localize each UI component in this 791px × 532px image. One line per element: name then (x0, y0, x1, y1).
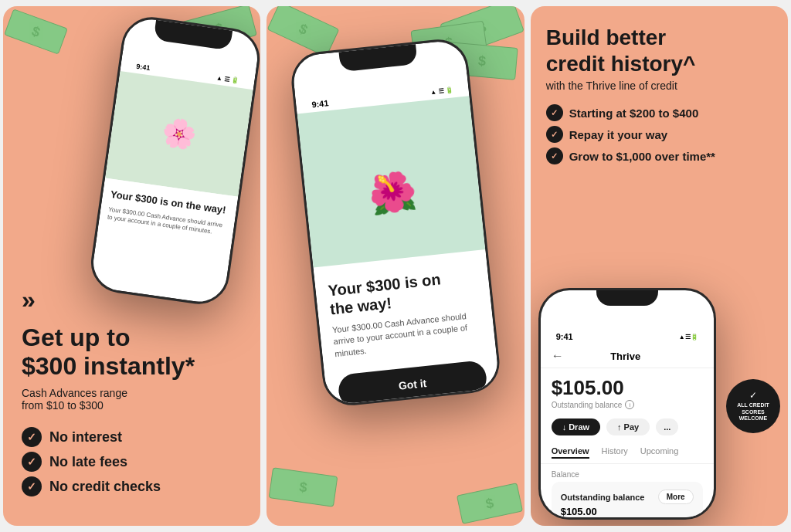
phone-mockup-1: 9:41 ▲ ☰ 🔋 🌸 Your $300 is on the way! Yo… (87, 13, 260, 308)
outstanding-balance-text: Outstanding balance (552, 401, 623, 409)
phone-screen-1: 9:41 ▲ ☰ 🔋 🌸 Your $300 is on the way! Yo… (90, 16, 261, 306)
p2-message-sub: Your $300.00 Cash Advance should arrive … (331, 309, 483, 360)
draw-arrow-icon: ↓ (562, 422, 567, 432)
phone-icons-3: ▲☰🔋 (679, 334, 698, 341)
flower-icon-p2: 🌺 (366, 168, 419, 218)
money-bill-p2-6 (269, 467, 338, 507)
tab-upcoming[interactable]: Upcoming (640, 446, 679, 459)
feature-label-fees: No late fees (49, 454, 127, 470)
pay-arrow-icon: ↑ (617, 422, 622, 432)
badge-text-1: ALL CREDIT (737, 402, 769, 408)
p3-feature-label-2: Repay it your way (569, 128, 668, 141)
p3-check-2 (546, 126, 563, 143)
p2-message-title: Your $300 is on the way! (328, 266, 479, 319)
p3-feature-2: Repay it your way (546, 126, 772, 143)
panel-2: 9:41 ▲ ☰ 🔋 🌺 Your $300 is on the way! Yo… (266, 6, 524, 526)
p3-feature-list: Starting at $200 to $400 Repay it your w… (546, 104, 772, 164)
p2-green-section: 🌺 (297, 96, 486, 267)
p3-feature-label-1: Starting at $200 to $400 (569, 107, 699, 120)
tab-overview[interactable]: Overview (552, 446, 589, 459)
thrive-title: Thrive (610, 351, 640, 362)
action-buttons: ↓ Draw ↑ Pay ... (541, 412, 714, 442)
feature-item-no-credit-checks: No credit checks (22, 476, 242, 496)
phone-time-1: 9:41 (136, 63, 151, 72)
balance-card: Outstanding balance More $105.00 Availab… (552, 482, 703, 517)
info-icon: i (625, 400, 634, 409)
badge-text-3: WELCOME (739, 415, 768, 422)
feature-item-no-late-fees: No late fees (22, 452, 242, 472)
p3-main-title: Build better credit history^ (546, 25, 772, 76)
chevron-double-icon: » (22, 286, 242, 314)
feature-list-1: No interest No late fees No credit check… (22, 427, 242, 496)
draw-label: Draw (569, 422, 589, 432)
panel-1-bottom: » Get up to $300 instantly* Cash Advance… (3, 270, 260, 526)
check-icon-fees (22, 452, 42, 472)
p3-phone-header: ← Thrive (541, 344, 714, 368)
p3-feature-3: Grow to $1,000 over time** (546, 147, 772, 164)
pay-label: Pay (624, 422, 640, 432)
flower-decoration: 🌸 (160, 115, 199, 152)
panel-3: Build better credit history^ with the Th… (531, 6, 788, 526)
phone-notch-3 (596, 290, 658, 306)
main-heading-1: Get up to $300 instantly* (22, 324, 242, 381)
more-btn[interactable]: More (658, 490, 694, 504)
panel-3-content: Build better credit history^ with the Th… (531, 6, 788, 526)
phone-screen-3: 9:41 ▲☰🔋 ← Thrive $105.00 Outstanding ba… (541, 290, 714, 517)
panel-1: 9:41 ▲ ☰ 🔋 🌸 Your $300 is on the way! Yo… (3, 6, 260, 526)
p3-feature-label-3: Grow to $1,000 over time** (569, 150, 715, 163)
pay-button[interactable]: ↑ Pay (606, 418, 650, 435)
balance-amount: $105.00 (561, 506, 694, 517)
tabs-row: Overview History Upcoming (541, 442, 714, 464)
p3-feature-1: Starting at $200 to $400 (546, 104, 772, 121)
check-icon-credit (22, 476, 42, 496)
subtext-1: Cash Advances range from $10 to $300 (22, 387, 242, 412)
phone-mockup-2: 9:41 ▲ ☰ 🔋 🌺 Your $300 is on the way! Yo… (289, 36, 503, 408)
feature-label-credit: No credit checks (49, 479, 161, 495)
money-bill-p2-4 (267, 6, 340, 57)
phone-screen-2: 9:41 ▲ ☰ 🔋 🌺 Your $300 is on the way! Yo… (291, 39, 500, 406)
badge-text-2: SCORES (742, 409, 765, 415)
feature-label-interest: No interest (49, 429, 122, 446)
more-button[interactable]: ... (656, 418, 678, 435)
phone-app-area: 🌸 (105, 71, 253, 197)
p3-check-1 (546, 104, 563, 121)
phone-icons-1: ▲ ☰ 🔋 (216, 74, 239, 84)
p3-check-3 (546, 147, 563, 164)
tab-history[interactable]: History (602, 446, 628, 459)
balance-section-label: Balance (552, 470, 703, 479)
balance-card-header: Outstanding balance More (561, 490, 694, 504)
balance-section: Balance Outstanding balance More $105.00… (541, 464, 714, 517)
phone-time-2: 9:41 (311, 98, 329, 109)
back-icon[interactable]: ← (552, 349, 564, 363)
status-bar-3: 9:41 ▲☰🔋 (541, 323, 714, 344)
money-bill-4 (4, 8, 68, 54)
outstanding-balance-title: Outstanding balance (561, 493, 645, 502)
badge-check-icon: ✓ (749, 390, 757, 401)
money-bill-p2-5 (457, 483, 523, 524)
phone-time-3: 9:41 (556, 332, 573, 341)
p2-white-section: Your $300 is on the way! Your $300.00 Ca… (314, 249, 502, 408)
p3-phone-amount: $105.00 Outstanding balance i (541, 368, 714, 412)
amount-label: Outstanding balance i (552, 400, 703, 409)
p3-subtitle: with the Thrive line of credit (546, 80, 772, 92)
feature-item-no-interest: No interest (22, 427, 242, 447)
draw-button[interactable]: ↓ Draw (552, 418, 600, 435)
got-it-button[interactable]: Got it (337, 360, 488, 408)
check-icon-interest (22, 427, 42, 447)
phone-mockup-3: 9:41 ▲☰🔋 ← Thrive $105.00 Outstanding ba… (538, 288, 716, 520)
amount-value: $105.00 (552, 376, 703, 400)
phone-icons-2: ▲ ☰ 🔋 (430, 86, 453, 96)
credit-scores-badge: ✓ ALL CREDIT SCORES WELCOME (726, 379, 780, 433)
more-dots: ... (664, 422, 670, 432)
